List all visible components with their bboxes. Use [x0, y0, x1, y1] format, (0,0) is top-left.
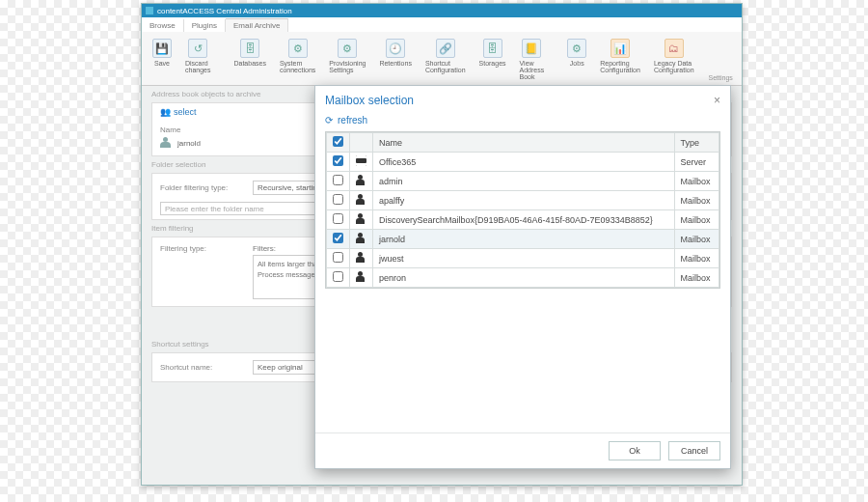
- tab-email-archive[interactable]: Email Archive: [226, 18, 288, 32]
- ribbon: 💾Save↺Discard changes🗄Databases⚙System c…: [142, 32, 742, 86]
- refresh-label: refresh: [338, 115, 367, 126]
- user-icon: [356, 252, 366, 263]
- ribbon-label: Reporting Configuration: [600, 60, 640, 73]
- ribbon-system-connections[interactable]: ⚙System connections: [275, 36, 320, 76]
- user-icon: [160, 137, 172, 149]
- table-row[interactable]: adminMailbox: [327, 172, 719, 191]
- ribbon-view-address-book[interactable]: 📒View Address Book: [515, 36, 550, 83]
- row-checkbox[interactable]: [333, 213, 343, 224]
- row-name: apalffy: [373, 191, 675, 210]
- app-title: contentACCESS Central Administration: [157, 7, 292, 15]
- ribbon-icon: ⚙: [567, 39, 586, 58]
- ribbon-label: Jobs: [570, 60, 584, 67]
- row-name: jwuest: [373, 249, 675, 268]
- header-icon-cell: [350, 133, 373, 153]
- ribbon-storages[interactable]: 🗄Storages: [475, 36, 511, 70]
- ribbon-label: Retentions: [379, 60, 411, 67]
- row-checkbox[interactable]: [333, 175, 343, 185]
- close-icon[interactable]: ×: [714, 94, 720, 107]
- tab-plugins[interactable]: Plugins: [184, 19, 226, 32]
- row-name: admin: [373, 172, 675, 191]
- ribbon-icon: 🗂: [665, 39, 684, 58]
- ribbon-label: Storages: [479, 60, 506, 67]
- row-name: jarnold: [373, 230, 675, 249]
- header-checkbox[interactable]: [333, 136, 343, 147]
- col-name[interactable]: Name: [373, 133, 675, 153]
- ribbon-icon: 💾: [152, 39, 172, 58]
- table-row[interactable]: jwuestMailbox: [327, 249, 719, 268]
- grid-header-row: Name Type: [327, 133, 719, 153]
- ribbon-jobs[interactable]: ⚙Jobs: [562, 36, 591, 70]
- row-type: Mailbox: [674, 249, 719, 268]
- row-name: DiscoverySearchMailbox{D919BA05-46A6-415…: [373, 210, 675, 230]
- table-row[interactable]: jarnoldMailbox: [327, 230, 719, 249]
- ribbon-label: View Address Book: [520, 60, 545, 80]
- select-link-label: select: [174, 107, 197, 117]
- ribbon-group-label: Settings: [703, 74, 739, 81]
- mailbox-selection-dialog: Mailbox selection × ⟳ refresh Name Type: [314, 85, 731, 469]
- row-type: Mailbox: [674, 268, 719, 288]
- shortcut-name-value: Keep original: [258, 363, 303, 372]
- ribbon-discard-changes[interactable]: ↺Discard changes: [180, 36, 215, 76]
- folder-type-label: Folder filtering type:: [160, 183, 247, 192]
- ribbon-icon: 📊: [610, 39, 630, 58]
- ribbon-shortcut-configuration[interactable]: 🔗Shortcut Configuration: [420, 36, 471, 76]
- tab-browse[interactable]: Browse: [142, 19, 184, 32]
- row-type: Mailbox: [674, 210, 719, 230]
- select-link[interactable]: 👥 select: [160, 107, 197, 117]
- selected-user: jarnold: [177, 139, 201, 148]
- ribbon-label: Databases: [233, 60, 265, 67]
- ribbon-retentions[interactable]: 🕘Retentions: [374, 36, 416, 70]
- ribbon-icon: ⚙: [288, 39, 308, 58]
- mailbox-grid: Name Type Office365ServeradminMailboxapa…: [325, 131, 720, 289]
- ribbon-icon: 🗄: [483, 39, 502, 58]
- row-checkbox[interactable]: [333, 252, 343, 263]
- ribbon-label: Shortcut Configuration: [425, 60, 466, 73]
- user-icon: [356, 271, 366, 282]
- ribbon-label: Discard changes: [185, 60, 210, 73]
- cancel-button[interactable]: Cancel: [668, 441, 720, 460]
- ribbon-legacy-data-configuration[interactable]: 🗂Legacy Data Configuration: [649, 36, 699, 76]
- row-name: Office365: [373, 153, 675, 172]
- row-checkbox[interactable]: [333, 271, 343, 282]
- user-icon: [356, 175, 366, 185]
- ribbon-tabs: Browse Plugins Email Archive: [142, 17, 742, 32]
- shortcut-name-label: Shortcut name:: [160, 363, 247, 372]
- header-checkbox-cell[interactable]: [327, 133, 350, 153]
- table-row[interactable]: Office365Server: [327, 153, 719, 172]
- ribbon-label: Provisioning Settings: [329, 60, 366, 73]
- dialog-header: Mailbox selection ×: [315, 86, 730, 115]
- row-type: Server: [674, 153, 719, 172]
- row-name: penron: [373, 268, 675, 288]
- server-icon: [356, 155, 366, 166]
- user-icon: [356, 233, 366, 243]
- ribbon-icon: 🗄: [240, 39, 259, 58]
- row-checkbox[interactable]: [333, 194, 343, 205]
- refresh-link[interactable]: ⟳ refresh: [325, 115, 367, 126]
- dialog-buttons: Ok Cancel: [315, 432, 730, 468]
- refresh-icon: ⟳: [325, 115, 333, 126]
- table-row[interactable]: DiscoverySearchMailbox{D919BA05-46A6-415…: [327, 210, 719, 230]
- dialog-title: Mailbox selection: [325, 94, 414, 107]
- table-row[interactable]: apalffyMailbox: [327, 191, 719, 210]
- row-type: Mailbox: [674, 191, 719, 210]
- ribbon-databases[interactable]: 🗄Databases: [229, 36, 270, 70]
- table-row[interactable]: penronMailbox: [327, 268, 719, 288]
- row-checkbox[interactable]: [333, 155, 343, 166]
- row-type: Mailbox: [674, 230, 719, 249]
- ribbon-icon: 📒: [522, 39, 541, 58]
- ribbon-label: Save: [154, 60, 170, 67]
- ribbon-icon: 🕘: [386, 39, 405, 58]
- ribbon-reporting-configuration[interactable]: 📊Reporting Configuration: [595, 36, 645, 76]
- ribbon-icon: ↺: [188, 39, 207, 58]
- col-type[interactable]: Type: [674, 133, 719, 153]
- ok-button[interactable]: Ok: [609, 441, 661, 460]
- ribbon-provisioning-settings[interactable]: ⚙Provisioning Settings: [324, 36, 370, 76]
- app-logo-icon: [146, 7, 153, 14]
- ribbon-save[interactable]: 💾Save: [148, 36, 176, 70]
- row-checkbox[interactable]: [333, 233, 343, 243]
- ribbon-label: Legacy Data Configuration: [654, 60, 694, 73]
- ribbon-label: System connections: [280, 60, 315, 73]
- user-icon: [356, 213, 366, 224]
- user-icon: [356, 194, 366, 205]
